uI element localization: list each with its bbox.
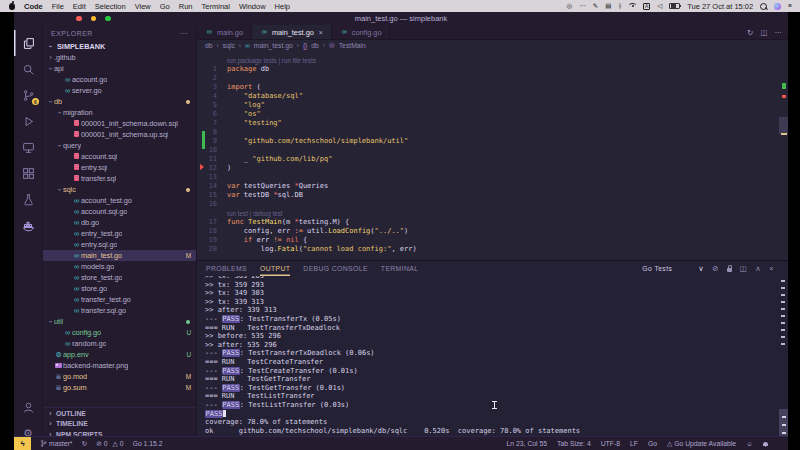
tree-item-transfer_test.go[interactable]: ∞transfer_test.go bbox=[43, 294, 196, 305]
menu-item-selection[interactable]: Selection bbox=[95, 2, 126, 11]
breadcrumb-item-db[interactable]: db bbox=[311, 42, 319, 49]
tree-item-account_test.go[interactable]: ∞account_test.go bbox=[43, 195, 196, 206]
control-center-icon[interactable]: ≡ bbox=[788, 3, 792, 10]
lock-autoscroll-icon[interactable] bbox=[727, 268, 732, 272]
tree-item-entry.sql[interactable]: entry.sql bbox=[43, 162, 196, 173]
activity-docker-icon[interactable] bbox=[14, 212, 42, 238]
tree-item-models.go[interactable]: ∞models.go bbox=[43, 261, 196, 272]
clear-output-icon[interactable]: ⊘ bbox=[712, 265, 719, 273]
menu-item-view[interactable]: View bbox=[135, 2, 151, 11]
activity-source-control-icon[interactable]: 6 bbox=[14, 82, 42, 108]
activity-testing-icon[interactable] bbox=[14, 186, 42, 212]
spotlight-icon[interactable] bbox=[760, 3, 767, 10]
tree-item-config.go[interactable]: ∞config.goU bbox=[43, 327, 196, 338]
git-branch-button[interactable]: master* bbox=[40, 439, 72, 448]
menu-clock[interactable]: Tue 27 Oct at 15:02 bbox=[687, 2, 753, 11]
activity-explorer-icon[interactable] bbox=[14, 30, 42, 56]
cursor-position-status[interactable]: Ln 23, Col 55 bbox=[507, 440, 547, 447]
maximize-panel-icon[interactable]: ∧ bbox=[755, 265, 761, 273]
panel-tab-debug-console[interactable]: DEBUG CONSOLE bbox=[303, 261, 368, 276]
tab-main.go[interactable]: ∞main.go bbox=[197, 25, 252, 39]
menu-item-terminal[interactable]: Terminal bbox=[202, 2, 230, 11]
input-source-icon[interactable]: A bbox=[643, 3, 650, 10]
menu-item-help[interactable]: Help bbox=[275, 2, 290, 11]
tree-item-.github[interactable]: ›.github bbox=[43, 52, 196, 63]
sync-changes-button[interactable]: ↻ bbox=[81, 440, 87, 448]
activity-remote-explorer-icon[interactable] bbox=[14, 134, 42, 160]
tree-item-account.sql.go[interactable]: ∞account.sql.go bbox=[43, 206, 196, 217]
open-in-editor-icon[interactable]: ◫ bbox=[740, 265, 748, 273]
remote-indicator-button[interactable]: ϟ bbox=[14, 437, 31, 450]
tree-item-migration[interactable]: ›migration bbox=[43, 107, 196, 118]
tree-item-server.go[interactable]: ∞server.go bbox=[43, 85, 196, 96]
menu-item-go[interactable]: Go bbox=[160, 2, 170, 11]
siri-icon[interactable] bbox=[774, 3, 781, 10]
breadcrumb-item-TestMain[interactable]: TestMain bbox=[339, 42, 366, 49]
feedback-icon[interactable]: ☺ bbox=[746, 440, 753, 447]
indentation-status[interactable]: Tab Size: 4 bbox=[557, 440, 591, 447]
panel-tab-terminal[interactable]: TERMINAL bbox=[381, 261, 419, 276]
tree-item-account.sql[interactable]: account.sql bbox=[43, 151, 196, 162]
panel-tab-problems[interactable]: PROBLEMS bbox=[206, 261, 247, 276]
menu-item-code[interactable]: Code bbox=[24, 2, 43, 11]
more-dots-icon[interactable]: ⋯ bbox=[579, 3, 586, 10]
breadcrumb-item-db[interactable]: db bbox=[205, 42, 213, 49]
breadcrumb-item-sqlc[interactable]: sqlc bbox=[223, 42, 235, 49]
tree-item-query[interactable]: ›query bbox=[43, 140, 196, 151]
tree-item-000001_init_schema.up.sql[interactable]: 000001_init_schema.up.sql bbox=[43, 129, 196, 140]
volume-icon[interactable]: ◁ bbox=[657, 3, 662, 10]
encoding-status[interactable]: UTF-8 bbox=[601, 440, 620, 447]
split-editor-icon[interactable]: ◫ bbox=[760, 28, 767, 37]
close-tab-icon[interactable]: × bbox=[319, 29, 323, 36]
output-channel-dropdown[interactable]: Go Tests ∨ bbox=[642, 265, 704, 273]
tree-item-transfer.sql[interactable]: transfer.sql bbox=[43, 173, 196, 184]
section-outline[interactable]: ›OUTLINE bbox=[43, 408, 196, 419]
menu-item-file[interactable]: File bbox=[52, 2, 64, 11]
apple-icon[interactable] bbox=[9, 3, 15, 10]
eol-status[interactable]: LF bbox=[630, 440, 638, 447]
tree-item-000001_init_schema.down.sql[interactable]: 000001_init_schema.down.sql bbox=[43, 118, 196, 129]
editor-overview-ruler[interactable] bbox=[778, 50, 788, 260]
activity-run-debug-icon[interactable] bbox=[14, 108, 42, 134]
activity-extensions-icon[interactable] bbox=[14, 160, 42, 186]
explorer-more-actions-icon[interactable]: ⋯ bbox=[179, 29, 188, 38]
codelens-package-tests[interactable]: run package tests | run file tests bbox=[197, 56, 776, 65]
menu-item-run[interactable]: Run bbox=[179, 2, 193, 11]
breadcrumb-item-main_test.go[interactable]: main_test.go bbox=[254, 42, 293, 49]
menu-item-window[interactable]: Window bbox=[239, 2, 266, 11]
tree-item-backend-master.png[interactable]: backend-master.png bbox=[43, 360, 196, 371]
tree-item-store.go[interactable]: ∞store.go bbox=[43, 283, 196, 294]
run-tests-icon[interactable]: ↻ bbox=[747, 28, 753, 37]
language-mode-status[interactable]: Go bbox=[648, 440, 657, 447]
tree-item-go.sum[interactable]: ≣go.sumM bbox=[43, 382, 196, 393]
pencil-icon[interactable]: ✎ bbox=[593, 3, 598, 10]
tree-item-entry_test.go[interactable]: ∞entry_test.go bbox=[43, 228, 196, 239]
tab-main_test.go[interactable]: ∞main_test.go× bbox=[252, 25, 332, 39]
close-panel-icon[interactable]: × bbox=[769, 265, 774, 273]
tree-item-app.env[interactable]: ⚙app.envU bbox=[43, 349, 196, 360]
tree-item-util[interactable]: ›util bbox=[43, 316, 196, 327]
bluetooth-icon[interactable]: ᛒ bbox=[618, 3, 622, 10]
tree-item-random.go[interactable]: ∞random.go bbox=[43, 338, 196, 349]
tree-item-go.mod[interactable]: ≣go.modM bbox=[43, 371, 196, 382]
tab-config.go[interactable]: ∞config.go bbox=[332, 25, 391, 39]
codelens-run-test[interactable]: run test | debug test bbox=[197, 209, 776, 218]
tree-item-db[interactable]: ›db bbox=[43, 96, 196, 107]
tree-root-simplebank[interactable]: › SIMPLEBANK bbox=[43, 41, 196, 52]
tree-item-entry.sql.go[interactable]: ∞entry.sql.go bbox=[43, 239, 196, 250]
activity-search-icon[interactable] bbox=[14, 56, 42, 82]
code-editor[interactable]: run package tests | run file tests1packa… bbox=[197, 50, 788, 260]
output-console[interactable]: >> tx: 369 283>> tx: 359 293>> tx: 349 3… bbox=[197, 276, 788, 450]
tree-item-account.go[interactable]: ∞account.go bbox=[43, 74, 196, 85]
editor-more-actions-icon[interactable]: ⋯ bbox=[775, 28, 783, 37]
go-update-notification[interactable]: △ Go Update Available bbox=[667, 440, 736, 448]
tree-item-store_test.go[interactable]: ∞store_test.go bbox=[43, 272, 196, 283]
menu-item-edit[interactable]: Edit bbox=[73, 2, 86, 11]
tree-item-api[interactable]: ›api bbox=[43, 63, 196, 74]
tree-item-main_test.go[interactable]: ∞main_test.goM bbox=[43, 250, 196, 261]
editor-scrollbar-thumb[interactable] bbox=[779, 117, 788, 134]
problems-button[interactable]: ⊘0 △0 bbox=[96, 440, 124, 448]
wifi-icon[interactable] bbox=[629, 3, 636, 9]
section-timeline[interactable]: ›TIMELINE bbox=[43, 419, 196, 430]
tree-item-db.go[interactable]: ∞db.go bbox=[43, 217, 196, 228]
